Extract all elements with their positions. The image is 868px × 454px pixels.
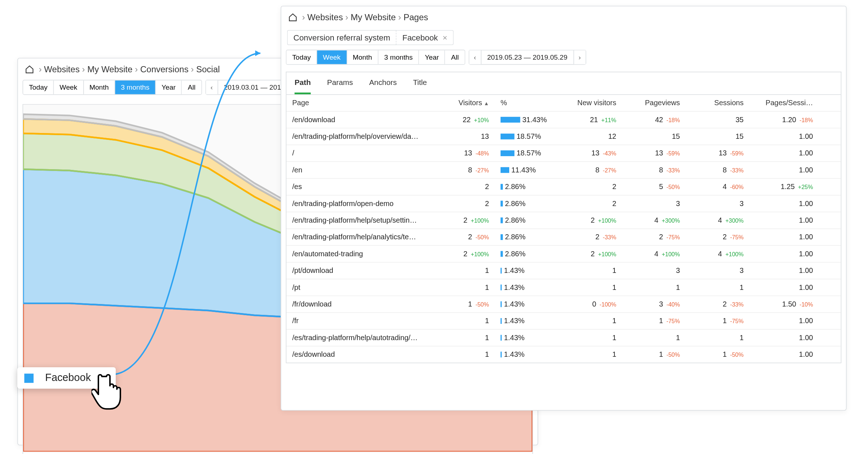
close-icon[interactable]: × <box>443 33 447 42</box>
table-row[interactable]: /pt/download11.43%1331.00 <box>286 262 841 279</box>
breadcrumb-item[interactable]: My Website <box>85 64 135 74</box>
chevron-right-icon: › <box>302 12 305 22</box>
date-prev-button[interactable]: ‹ <box>469 50 481 64</box>
breadcrumb-item[interactable]: Websites <box>42 64 82 74</box>
tab-params[interactable]: Params <box>327 78 353 94</box>
percent-bar <box>501 117 520 123</box>
column-header[interactable]: % <box>495 95 553 111</box>
range-button-today[interactable]: Today <box>23 80 54 94</box>
cell-sessions: 1 <box>686 330 749 346</box>
range-button-today[interactable]: Today <box>286 50 317 64</box>
range-button-month[interactable]: Month <box>347 50 378 64</box>
table-row[interactable]: /en/trading-platform/help/setup/settin…2… <box>286 212 841 228</box>
filter-chip-value[interactable]: Facebook × <box>396 30 454 45</box>
cell-new-visitors: 1 <box>553 262 622 279</box>
range-button-week[interactable]: Week <box>317 50 347 64</box>
filter-chip-label: Conversion referral system <box>287 30 397 45</box>
date-next-button[interactable]: › <box>573 50 586 64</box>
delta-badge: -75% <box>665 318 680 325</box>
breadcrumb-item[interactable]: Websites <box>305 12 345 22</box>
cell-sessions: 4 +300% <box>686 212 749 228</box>
cell-percent: 1.43% <box>495 313 553 329</box>
cell-pageviews: 3 <box>622 262 686 279</box>
table-row[interactable]: /en/automated-trading2 +100%2.86%2 +100%… <box>286 245 841 262</box>
cell-sessions: 3 <box>686 262 749 279</box>
table-row[interactable]: /fr/download1 -50%1.43%0 -100%3 -40%2 -3… <box>286 296 841 312</box>
percent-text: 18.57% <box>516 132 541 140</box>
date-range-text: 2019.05.23 — 2019.05.29 <box>481 50 573 64</box>
column-header[interactable]: Sessions <box>686 95 749 111</box>
cell-pageviews: 13 -59% <box>622 145 686 162</box>
chart-y-label: Users <box>23 452 532 454</box>
tab-title[interactable]: Title <box>413 78 427 94</box>
range-button-all[interactable]: All <box>182 80 201 94</box>
column-header[interactable]: Pages/Sessi… <box>749 95 819 111</box>
date-range-picker[interactable]: ‹ 2019.05.23 — 2019.05.29 › <box>469 50 586 65</box>
range-button-3-months[interactable]: 3 months <box>378 50 419 64</box>
range-button-all[interactable]: All <box>445 50 464 64</box>
breadcrumb-item[interactable]: Social <box>194 64 220 74</box>
cell-pageviews: 3 -40% <box>622 296 686 312</box>
tab-path[interactable]: Path <box>294 78 311 94</box>
table-row[interactable]: /es/download11.43%11 -50%1 -50%1.00 <box>286 346 841 363</box>
facebook-highlight[interactable]: Facebook <box>17 367 116 389</box>
range-button-week[interactable]: Week <box>54 80 84 94</box>
cell-percent: 2.86% <box>495 196 553 212</box>
cell-pages-per-session: 1.00 <box>749 229 819 245</box>
table-row[interactable]: /pt11.43%1111.00 <box>286 279 841 295</box>
table-row[interactable]: /en/download22 +10%31.43%21 +11%42 -18%3… <box>286 111 841 128</box>
cell-new-visitors: 2 +100% <box>553 246 622 262</box>
cell-sessions: 13 -59% <box>686 145 749 162</box>
cell-pageviews: 3 <box>622 196 686 212</box>
cell-visitors: 8 -27% <box>437 162 495 178</box>
date-prev-button[interactable]: ‹ <box>206 80 218 94</box>
percent-bar <box>501 134 514 140</box>
percent-text: 2.86% <box>505 200 526 207</box>
range-button-year[interactable]: Year <box>419 50 445 64</box>
percent-bar <box>501 234 503 240</box>
column-header[interactable]: Visitors▲ <box>437 95 495 111</box>
breadcrumb: › Websites › My Website › Pages <box>281 7 846 28</box>
range-button-year[interactable]: Year <box>156 80 182 94</box>
column-header[interactable]: Pageviews <box>622 95 686 111</box>
delta-badge: +11% <box>600 117 616 123</box>
cell-sessions: 3 <box>686 196 749 212</box>
breadcrumb-item[interactable]: Pages <box>401 12 428 22</box>
breadcrumb-item[interactable]: My Website <box>348 12 398 22</box>
tab-anchors[interactable]: Anchors <box>369 78 397 94</box>
cell-new-visitors: 2 <box>553 179 622 195</box>
range-button-month[interactable]: Month <box>84 80 115 94</box>
table-row[interactable]: /en/trading-platform/help/overview/da…13… <box>286 128 841 145</box>
delta-badge: -59% <box>665 150 680 157</box>
column-header[interactable]: Page <box>286 95 437 111</box>
cell-visitors: 2 <box>437 179 495 195</box>
cell-pages-per-session: 1.00 <box>749 346 819 363</box>
table-row[interactable]: /es/trading-platform/help/autotrading/…1… <box>286 329 841 346</box>
home-icon[interactable] <box>288 12 298 22</box>
percent-bar <box>501 150 514 156</box>
cell-page: /pt/download <box>286 262 437 279</box>
cell-sessions: 4 -60% <box>686 179 749 195</box>
table-row[interactable]: /en8 -27%11.43%8 -27%8 -33%8 -33%1.00 <box>286 161 841 178</box>
cell-pages-per-session: 1.00 <box>749 313 819 329</box>
cell-pages-per-session: 1.00 <box>749 212 819 228</box>
delta-badge: -33% <box>728 301 744 308</box>
column-header[interactable]: New visitors <box>553 95 622 111</box>
percent-bar <box>501 335 502 340</box>
table-row[interactable]: /fr11.43%11 -75%1 -75%1.00 <box>286 312 841 329</box>
cell-visitors: 1 <box>437 262 495 279</box>
percent-text: 2.86% <box>505 233 526 241</box>
range-button-3-months[interactable]: 3 months <box>115 80 156 94</box>
table-row[interactable]: /en/trading-platform/help/analytics/te…2… <box>286 228 841 245</box>
table-row[interactable]: /es22.86%25 -50%4 -60%1.25 +25% <box>286 178 841 195</box>
table-row[interactable]: /13 -48%18.57%13 -43%13 -59%13 -59%1.00 <box>286 145 841 161</box>
home-icon[interactable] <box>25 64 34 74</box>
percent-text: 1.43% <box>504 351 525 359</box>
delta-badge: -75% <box>665 234 680 241</box>
percent-bar <box>501 301 502 307</box>
cell-new-visitors: 21 +11% <box>553 112 622 128</box>
cell-pageviews: 1 <box>622 330 686 346</box>
table-row[interactable]: /en/trading-platform/open-demo22.86%2331… <box>286 195 841 211</box>
breadcrumb-item[interactable]: Conversions <box>138 64 191 74</box>
cell-percent: 18.57% <box>495 128 553 145</box>
